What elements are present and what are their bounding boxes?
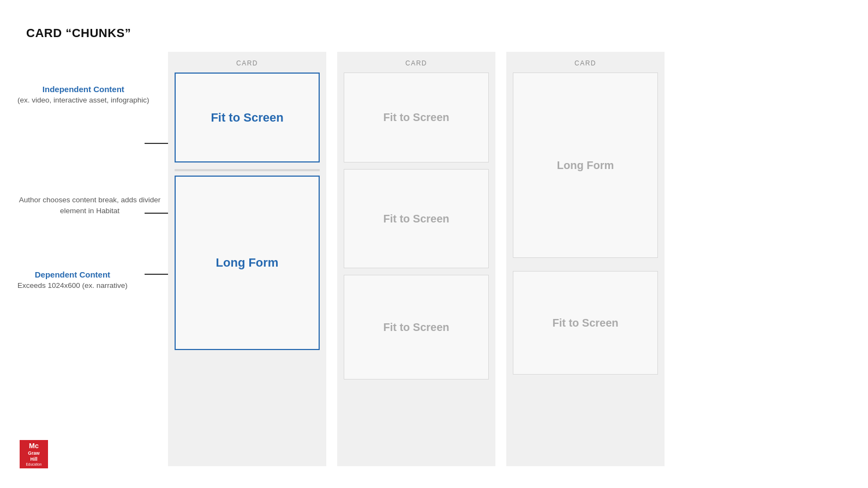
card3-chunk2-text: Fit to Screen — [552, 317, 618, 329]
card1-chunk2: Long Form — [175, 176, 320, 350]
independent-label: Independent Content — [17, 85, 149, 94]
logo-mc: Mc — [29, 442, 39, 450]
independent-sub: (ex. video, interactive asset, infograph… — [17, 95, 149, 106]
cards-area: CARD Fit to Screen Long Form CARD Fit to… — [168, 52, 665, 466]
logo-education: Education — [26, 462, 42, 467]
card-column-2: CARD Fit to Screen Fit to Screen Fit to … — [337, 52, 495, 466]
author-label: Author chooses content break, adds divid… — [17, 195, 162, 216]
annotation-author: Author chooses content break, adds divid… — [17, 194, 162, 216]
card2-header: CARD — [337, 52, 495, 73]
card3-header: CARD — [506, 52, 665, 73]
card3-chunk1: Long Form — [513, 73, 658, 258]
card1-chunk1-text: Fit to Screen — [211, 111, 283, 125]
card2-chunk1-text: Fit to Screen — [383, 111, 449, 124]
card1-header: CARD — [168, 52, 326, 73]
annotation-independent: Independent Content (ex. video, interact… — [17, 85, 149, 106]
card1-divider-spacer — [168, 171, 326, 176]
card3-spacer — [506, 264, 665, 271]
card3-footer — [506, 381, 665, 466]
logo: Mc Graw Hill Education — [20, 440, 48, 468]
dependent-sub: Exceeds 1024x600 (ex. narrative) — [17, 280, 128, 291]
card2-chunk3-text: Fit to Screen — [383, 321, 449, 334]
card1-footer — [168, 357, 326, 466]
card3-chunk2: Fit to Screen — [513, 271, 658, 375]
card2-chunk2-text: Fit to Screen — [383, 213, 449, 225]
page-title: CARD “CHUNKS” — [26, 26, 131, 40]
card-column-3: CARD Long Form Fit to Screen — [506, 52, 665, 466]
card1-chunk2-text: Long Form — [216, 256, 279, 270]
card2-chunk1: Fit to Screen — [344, 73, 489, 162]
card2-chunk3: Fit to Screen — [344, 275, 489, 379]
logo-hill: Hill — [30, 456, 37, 462]
card2-chunk2: Fit to Screen — [344, 169, 489, 268]
logo-graw: Graw — [28, 450, 39, 456]
dependent-label: Dependent Content — [17, 270, 128, 279]
card-column-1: CARD Fit to Screen Long Form — [168, 52, 326, 466]
card3-chunk1-text: Long Form — [557, 159, 614, 172]
card2-footer — [337, 386, 495, 466]
annotation-dependent: Dependent Content Exceeds 1024x600 (ex. … — [17, 270, 128, 291]
card1-chunk1: Fit to Screen — [175, 73, 320, 162]
